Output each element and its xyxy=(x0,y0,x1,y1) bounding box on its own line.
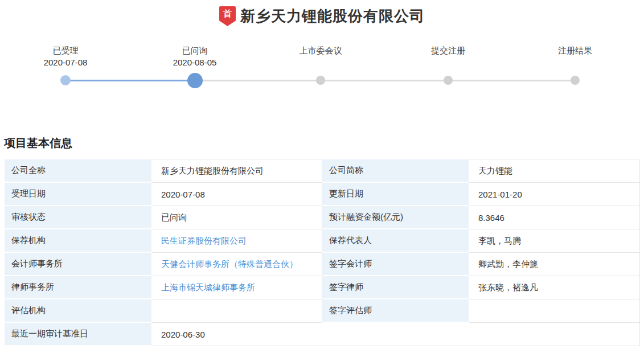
step-date: 2020-07-08 xyxy=(44,56,88,68)
section-title-basic-info: 项目基本信息 xyxy=(4,136,644,151)
ipo-progress-timeline: 已受理 2020-07-08 已问询 2020-08-05 上市委会议 提交注册… xyxy=(0,44,644,99)
field-label-signing-evaluator: 签字评估师 xyxy=(322,299,469,323)
field-value-sponsor-representative: 李凯，马腾 xyxy=(469,229,640,253)
timeline-step-inquired: 已问询 2020-08-05 xyxy=(143,44,246,89)
field-value-signing-evaluator xyxy=(469,299,640,323)
step-label: 注册结果 xyxy=(558,44,592,56)
page-title: 新乡天力锂能股份有限公司 xyxy=(240,6,425,26)
table-row: 保荐机构 民生证券股份有限公司 保荐代表人 李凯，马腾 xyxy=(5,229,640,253)
field-label-update-date: 更新日期 xyxy=(322,183,469,206)
field-label-company-short-name: 公司简称 xyxy=(322,159,469,183)
step-label: 上市委会议 xyxy=(300,44,342,56)
field-label-expected-financing: 预计融资金额(亿元) xyxy=(322,206,469,229)
first-badge-icon: 首 xyxy=(219,6,236,26)
field-value-acceptance-date: 2020-07-08 xyxy=(151,183,322,206)
field-label-latest-audit-base-date: 最近一期审计基准日 xyxy=(5,323,151,346)
field-label-sponsor-institution: 保荐机构 xyxy=(5,229,151,253)
timeline-step-accepted: 已受理 2020-07-08 xyxy=(14,44,117,89)
field-value-company-full-name: 新乡天力锂能股份有限公司 xyxy=(151,159,322,183)
timeline-step-committee-meeting: 上市委会议 xyxy=(269,44,372,89)
step-dot-active-icon xyxy=(187,73,203,88)
accounting-firm-link[interactable]: 天健会计师事务所（特殊普通合伙） xyxy=(161,259,298,270)
field-label-accounting-firm: 会计师事务所 xyxy=(5,253,151,276)
field-value-company-short-name: 天力锂能 xyxy=(469,159,640,183)
step-dot-done-icon xyxy=(60,75,71,85)
step-dot-pending-icon xyxy=(444,76,453,85)
step-dot-pending-icon xyxy=(316,76,325,85)
timeline-segment-pending xyxy=(195,80,575,81)
field-label-company-full-name: 公司全称 xyxy=(5,159,151,183)
page-header: 首 新乡天力锂能股份有限公司 xyxy=(0,0,644,27)
field-label-law-firm: 律师事务所 xyxy=(5,276,151,299)
table-row: 律师事务所 上海市锦天城律师事务所 签字律师 张东晓，褚逸凡 xyxy=(5,276,640,299)
step-dot-pending-icon xyxy=(571,76,580,85)
step-date: 2020-08-05 xyxy=(173,56,217,68)
field-label-review-status: 审核状态 xyxy=(5,206,151,229)
field-label-sponsor-representative: 保荐代表人 xyxy=(322,229,469,253)
step-label: 已受理 xyxy=(53,44,79,56)
step-label: 提交注册 xyxy=(431,44,465,56)
table-row: 评估机构 签字评估师 xyxy=(5,299,640,323)
field-value-review-status: 已问询 xyxy=(151,206,322,229)
step-label: 已问询 xyxy=(182,44,208,56)
table-row: 最近一期审计基准日 2020-06-30 xyxy=(5,323,640,346)
field-value-signing-accountant: 卿武勤，李仲篪 xyxy=(469,253,640,276)
table-row: 审核状态 已问询 预计融资金额(亿元) 8.3646 xyxy=(5,206,640,229)
timeline-step-registration-result: 注册结果 xyxy=(524,44,626,89)
sponsor-institution-link[interactable]: 民生证券股份有限公司 xyxy=(161,236,247,247)
field-value-update-date: 2021-01-20 xyxy=(469,183,640,206)
field-value-expected-financing: 8.3646 xyxy=(469,206,640,229)
field-value-latest-audit-base-date: 2020-06-30 xyxy=(151,323,640,346)
law-firm-link[interactable]: 上海市锦天城律师事务所 xyxy=(161,282,255,293)
table-row: 会计师事务所 天健会计师事务所（特殊普通合伙） 签字会计师 卿武勤，李仲篪 xyxy=(5,253,640,276)
field-label-signing-accountant: 签字会计师 xyxy=(322,253,469,276)
basic-info-table: 公司全称 新乡天力锂能股份有限公司 公司简称 天力锂能 受理日期 2020-07… xyxy=(5,159,640,346)
field-value-evaluation-institution xyxy=(151,299,322,323)
field-label-signing-lawyer: 签字律师 xyxy=(322,276,469,299)
field-label-evaluation-institution: 评估机构 xyxy=(5,299,151,323)
field-value-signing-lawyer: 张东晓，褚逸凡 xyxy=(469,276,640,299)
field-label-acceptance-date: 受理日期 xyxy=(5,183,151,206)
table-row: 公司全称 新乡天力锂能股份有限公司 公司简称 天力锂能 xyxy=(5,159,640,183)
timeline-step-submit-registration: 提交注册 xyxy=(397,44,499,89)
table-row: 受理日期 2020-07-08 更新日期 2021-01-20 xyxy=(5,183,640,206)
